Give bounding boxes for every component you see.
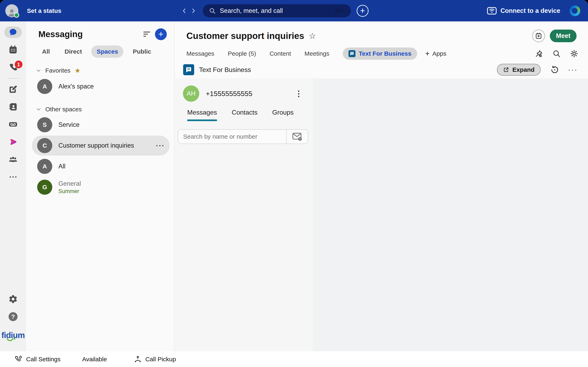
nav-compose-button[interactable] — [0, 81, 26, 98]
space-header: Customer support inquiries ☆ Meet — [174, 21, 588, 42]
text-for-business-app-bar: Text For Business Expand ··· — [174, 60, 588, 78]
sidebar-title: Messaging — [38, 29, 141, 39]
space-more-button[interactable]: ··· — [156, 142, 165, 150]
space-list-item-all[interactable]: A All — [32, 156, 170, 176]
add-apps-tab[interactable]: + Apps — [425, 49, 446, 58]
tfb-search-row — [178, 129, 308, 144]
space-list-item-general[interactable]: G General Summer — [32, 177, 170, 197]
nav-contacts-button[interactable] — [0, 98, 26, 116]
set-status-button[interactable]: Set a status — [27, 7, 61, 14]
nav-calendar-button[interactable] — [0, 41, 26, 58]
nav-settings-button[interactable] — [0, 290, 26, 308]
pinned-messages-icon[interactable] — [535, 50, 543, 58]
tab-spaces[interactable]: Spaces — [91, 45, 123, 58]
app-more-options-button[interactable]: ··· — [568, 68, 578, 71]
call-settings-button[interactable]: Call Settings — [15, 355, 61, 363]
back-button[interactable] — [180, 5, 189, 17]
forward-button[interactable] — [189, 5, 198, 17]
presence-indicator — [14, 12, 19, 18]
filter-button[interactable] — [141, 29, 152, 40]
rail-divider — [7, 78, 19, 78]
new-message-button[interactable] — [286, 130, 308, 143]
account-menu-button[interactable]: ⋮ — [293, 89, 305, 98]
vidcast-icon — [8, 137, 18, 147]
tfb-tab-messages[interactable]: Messages — [187, 109, 217, 121]
other-spaces-section-header[interactable]: Other spaces — [26, 97, 174, 114]
tab-meetings[interactable]: Meetings — [304, 50, 329, 57]
connect-to-device-button[interactable]: Connect to a device — [487, 7, 560, 15]
favorites-star-icon: ★ — [75, 67, 80, 75]
external-link-icon — [503, 67, 509, 73]
space-settings-gear-icon[interactable] — [570, 50, 578, 58]
device-icon — [487, 7, 497, 15]
nav-calling-button[interactable]: 1 — [0, 58, 26, 76]
chat-app-icon — [350, 51, 355, 56]
navigation-rail: 1 — [0, 21, 26, 351]
tfb-search-input[interactable] — [178, 130, 286, 143]
meet-button[interactable]: Meet — [550, 30, 577, 42]
active-nav-pill — [4, 26, 22, 38]
call-pickup-label: Call Pickup — [145, 356, 176, 363]
tfb-tab-contacts[interactable]: Contacts — [232, 109, 258, 121]
search-shortcut-hint: ⌘F — [334, 7, 345, 14]
nav-help-button[interactable]: ? — [0, 308, 26, 325]
voicemail-icon — [8, 120, 18, 129]
app-title: Text For Business — [199, 66, 251, 74]
new-conversation-button[interactable]: + — [155, 28, 167, 40]
tfb-tab-groups[interactable]: Groups — [272, 109, 294, 121]
tab-direct[interactable]: Direct — [59, 45, 87, 58]
calendar-icon — [8, 45, 18, 54]
global-search-input[interactable]: Search, meet, and call ⌘F — [203, 4, 351, 17]
space-list-item-service[interactable]: S Service — [32, 115, 170, 135]
nav-more-button[interactable] — [0, 168, 26, 186]
search-in-space-icon[interactable] — [553, 50, 561, 58]
space-team-name: Summer — [58, 188, 165, 194]
tab-text-for-business[interactable]: Text For Business — [343, 48, 417, 60]
nav-teams-button[interactable] — [0, 151, 26, 168]
space-list-item-customer-support-inquiries[interactable]: C Customer support inquiries ··· — [32, 136, 170, 156]
schedule-meeting-button[interactable] — [532, 30, 545, 42]
connect-to-device-label: Connect to a device — [501, 7, 560, 15]
chevron-left-icon — [181, 7, 187, 15]
chat-icon — [9, 28, 17, 37]
expand-app-button[interactable]: Expand — [497, 64, 541, 76]
tab-messages[interactable]: Messages — [186, 50, 214, 57]
tab-people[interactable]: People (5) — [228, 50, 256, 57]
space-name: Alex's space — [58, 83, 165, 90]
text-for-business-content: AH +15555555555 ⋮ Messages Contacts Grou… — [174, 78, 588, 351]
app-window: Set a status Search, meet, and call ⌘F +… — [0, 0, 588, 367]
space-list-item-alexs-space[interactable]: A Alex's space — [32, 76, 170, 96]
people-icon — [8, 155, 18, 164]
tab-content[interactable]: Content — [269, 50, 291, 57]
tfb-widget-panel: AH +15555555555 ⋮ Messages Contacts Grou… — [174, 78, 313, 351]
nav-voicemail-button[interactable] — [0, 116, 26, 133]
call-pickup-icon — [134, 355, 142, 363]
reload-app-icon[interactable] — [550, 66, 559, 74]
tab-public[interactable]: Public — [127, 45, 156, 58]
space-name: General — [58, 180, 165, 187]
tab-all[interactable]: All — [37, 45, 55, 58]
contacts-icon — [8, 102, 18, 111]
availability-selector[interactable]: Available — [82, 356, 107, 363]
phone-settings-icon — [15, 355, 22, 363]
profile-avatar[interactable] — [5, 4, 18, 17]
account-phone-number: +15555555555 — [206, 90, 293, 98]
call-settings-label: Call Settings — [26, 356, 61, 363]
space-header-actions — [535, 50, 578, 58]
chat-app-icon — [185, 66, 192, 73]
call-pickup-button[interactable]: Call Pickup — [134, 355, 176, 363]
gear-icon — [8, 294, 18, 304]
other-spaces-label: Other spaces — [45, 106, 82, 113]
favorite-star-button[interactable]: ☆ — [309, 31, 316, 41]
messaging-sidebar: Messaging + All Direct Spaces Public — [26, 21, 174, 351]
nav-vidcast-button[interactable] — [0, 133, 26, 151]
compose-icon — [8, 85, 18, 94]
chevron-down-icon — [36, 68, 41, 73]
webex-logo-icon[interactable] — [570, 6, 580, 16]
sidebar-header: Messaging + — [26, 21, 174, 40]
nav-messaging-button[interactable] — [0, 24, 26, 41]
quick-add-button[interactable]: + — [357, 5, 369, 17]
fidium-smile-icon — [6, 338, 19, 343]
account-avatar: AH — [183, 85, 199, 102]
favorites-section-header[interactable]: Favorites ★ — [26, 58, 174, 76]
